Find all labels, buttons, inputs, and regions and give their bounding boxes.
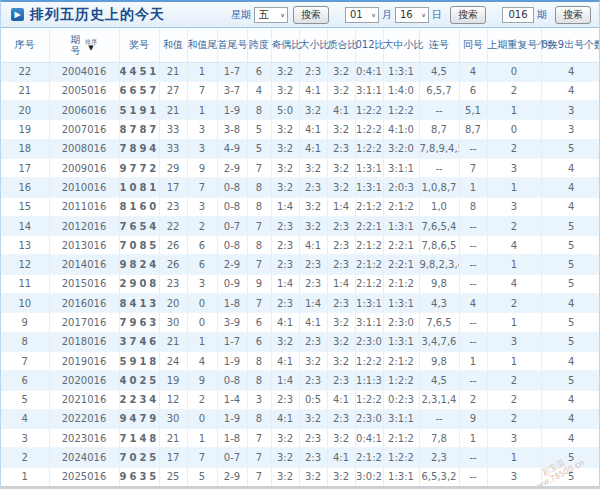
table-cell: 4 [541,351,600,370]
table-cell: 7 [247,216,271,235]
column-header-label: 和值 [163,39,183,50]
table-cell: 7,8,9,4,5 [419,139,459,158]
table-cell: 8 [247,409,271,428]
table-cell: 4:1 [299,313,327,332]
table-cell: 2:3 [299,371,327,390]
table-cell: 1:2:2 [383,371,419,390]
sort-control[interactable]: 排序▼ [84,39,98,51]
table-cell: -- [459,332,487,351]
table-row: 152011016816082330-881:43:21:42:1:22:1:2… [1,197,600,216]
table-cell: 0:4:1 [355,62,383,81]
table-cell: 4:1 [271,351,299,370]
table-cell: 0 [487,120,541,139]
table-cell: 3 [541,120,600,139]
table-cell: 3:2 [299,351,327,370]
table-cell: 3:2 [299,216,327,235]
table-cell: 3:2 [327,158,355,177]
sort-label: 排序 [85,39,97,44]
table-cell: 6 [187,255,217,274]
column-header: 大小比 [299,28,327,62]
chevron-down-icon: ∨ [421,11,426,17]
table-cell: 84134 [119,294,159,313]
table-cell: 3:2 [271,332,299,351]
table-cell: 2:3 [327,236,355,255]
table-cell: 1:2:2 [355,101,383,120]
table-cell: 21 [159,332,187,351]
table-cell: -- [459,255,487,274]
column-header-label: 同号 [463,39,483,50]
column-header: 奖号 [119,28,159,62]
table-cell: 1:4:0 [383,81,419,100]
table-cell: 2:3 [271,216,299,235]
table-cell: 7 [247,429,271,448]
table-cell: 1:2:2 [355,390,383,409]
table-cell: 0-7 [217,216,247,235]
table-cell: 5 [541,467,600,486]
table-cell: 23 [159,197,187,216]
table-cell: 3:2 [271,62,299,81]
table-cell: 22 [1,62,49,81]
table-cell: 3:2 [271,448,299,467]
table-cell: 4:1 [271,409,299,428]
table-cell: 4,5 [419,62,459,81]
day-select-value: 16 [400,9,413,20]
table-cell: -- [459,467,487,486]
table-cell: 2023016 [49,429,119,448]
table-cell: 76540 [119,216,159,235]
table-cell: 87873 [119,120,159,139]
table-cell: 5 [541,371,600,390]
table-cell: 7 [459,158,487,177]
table-cell: 0:4:1 [355,429,383,448]
table-cell: 4 [1,409,49,428]
table-cell: 1 [459,429,487,448]
table-row: 212005016665732773-743:24:13:23:1:11:4:0… [1,81,600,100]
table-cell: 0-9 [217,274,247,293]
table-cell: 2:3 [271,294,299,313]
table-cell: 9 [187,371,217,390]
table-cell: 2021016 [49,390,119,409]
table-cell: 1-7 [217,332,247,351]
table-cell: 6,5,3,2 [419,467,459,486]
table-cell: 0 [187,313,217,332]
history-table: 序号期号排序▼奖号和值和值尾首尾号跨度奇偶比大小比质合比012比大中小比连号同号… [1,28,600,487]
table-cell: 71481 [119,429,159,448]
table-row: 142012016765402220-772:33:22:32:2:11:3:1… [1,216,600,235]
date-search-button[interactable]: 搜索 [450,6,486,24]
issue-search-button[interactable]: 搜索 [555,6,591,24]
table-cell: 3:2 [271,429,299,448]
table-cell: 2:1:2 [355,448,383,467]
table-cell: 3,4,7,6 [419,332,459,351]
table-cell: 15 [1,197,49,216]
table-cell: 2:3 [271,236,299,255]
column-header: 奇偶比 [271,28,299,62]
table-cell: 5 [541,448,600,467]
issue-input[interactable] [502,7,534,23]
pailie5-history-panel: ▶ 排列五历史上的今天 星期 五 ∨ 搜索 01 ∨ 月 16 ∨ 日 搜索 [0,0,600,489]
table-cell: 2-9 [217,467,247,486]
table-cell: 2015016 [49,274,119,293]
table-cell: 0 [187,294,217,313]
table-cell: 1 [459,351,487,370]
table-cell: 5 [541,236,600,255]
table-cell: 10 [1,294,49,313]
table-cell: 4 [541,409,600,428]
table-cell: 4:1 [299,236,327,255]
table-cell: 2 [187,390,217,409]
table-cell: 8 [247,371,271,390]
table-row: 102016016841342001-872:31:42:31:3:11:3:1… [1,294,600,313]
column-header: 0—9出号个数 [541,28,600,62]
day-select[interactable]: 16 ∨ [395,7,429,23]
week-select[interactable]: 五 ∨ [254,7,288,23]
table-cell: 9,8 [419,274,459,293]
week-search-button[interactable]: 搜索 [293,6,329,24]
table-cell: 19 [1,120,49,139]
table-cell: 23 [159,274,187,293]
month-select[interactable]: 01 ∨ [345,7,379,23]
table-cell: 1:2:2 [355,120,383,139]
table-cell: 7 [247,294,271,313]
table-cell: 7 [247,158,271,177]
table-cell: 21 [159,101,187,120]
table-cell: 8 [1,332,49,351]
table-cell: 0 [487,62,541,81]
table-cell: 17 [159,178,187,197]
